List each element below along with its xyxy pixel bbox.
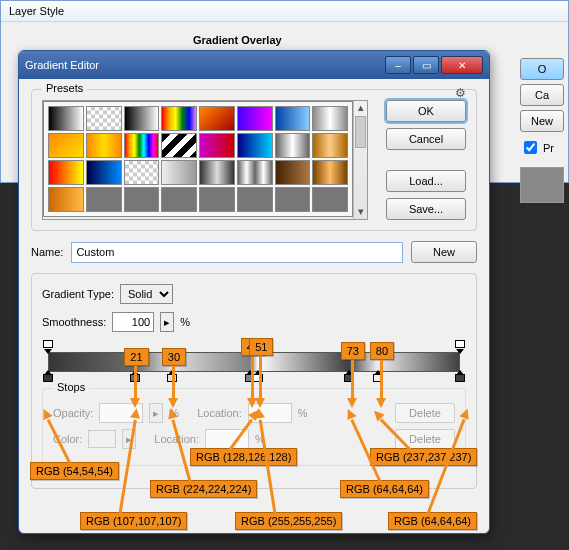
minimize-button[interactable]: – bbox=[385, 56, 411, 74]
name-label: Name: bbox=[31, 246, 63, 258]
preset-swatch[interactable] bbox=[161, 133, 197, 158]
new-button[interactable]: New bbox=[411, 241, 477, 263]
opacity-delete-button[interactable]: Delete bbox=[395, 403, 455, 423]
color-swatch[interactable] bbox=[88, 430, 116, 448]
maximize-button[interactable]: ▭ bbox=[413, 56, 439, 74]
preset-swatch[interactable] bbox=[237, 187, 273, 212]
preset-swatch[interactable] bbox=[275, 187, 311, 212]
preset-swatch[interactable] bbox=[161, 160, 197, 185]
preview-label: Pr bbox=[543, 142, 554, 154]
preset-swatch[interactable] bbox=[199, 187, 235, 212]
annotation-tag: 21 bbox=[124, 348, 148, 366]
gradient-overlay-heading: Gradient Overlay bbox=[189, 34, 286, 46]
smoothness-input[interactable] bbox=[112, 312, 154, 332]
annotation-tag: 51 bbox=[249, 338, 273, 356]
annotation-tag: RGB (107,107,107) bbox=[80, 512, 187, 530]
preset-swatch[interactable] bbox=[275, 160, 311, 185]
preset-swatch[interactable] bbox=[48, 187, 84, 212]
opacity-stop[interactable] bbox=[43, 340, 53, 350]
opacity-location-label: Location: bbox=[197, 407, 242, 419]
preset-swatch[interactable] bbox=[86, 160, 122, 185]
annotation-tag: RGB (64,64,64) bbox=[340, 480, 429, 498]
preset-swatch[interactable] bbox=[161, 106, 197, 131]
annotation-tag: RGB (255,255,255) bbox=[235, 512, 342, 530]
annotation-tag: 73 bbox=[341, 342, 365, 360]
preset-swatch[interactable] bbox=[237, 133, 273, 158]
ls-new-style-button[interactable]: New bbox=[520, 110, 564, 132]
preset-swatch[interactable] bbox=[237, 160, 273, 185]
annotation-tag: 80 bbox=[370, 342, 394, 360]
opacity-flyout-icon[interactable]: ▸ bbox=[149, 403, 163, 423]
preset-swatch[interactable] bbox=[237, 106, 273, 131]
preset-swatch[interactable] bbox=[312, 106, 348, 131]
preset-swatch[interactable] bbox=[312, 160, 348, 185]
scroll-thumb[interactable] bbox=[355, 116, 366, 148]
preview-checkbox[interactable]: Pr bbox=[520, 138, 564, 157]
preset-swatch[interactable] bbox=[86, 106, 122, 131]
annotation-tag: RGB (64,64,64) bbox=[388, 512, 477, 530]
presets-label: Presets bbox=[42, 82, 87, 94]
close-button[interactable]: ✕ bbox=[441, 56, 483, 74]
cancel-button[interactable]: Cancel bbox=[386, 128, 466, 150]
preset-swatch[interactable] bbox=[312, 133, 348, 158]
preset-swatch[interactable] bbox=[275, 133, 311, 158]
smoothness-unit: % bbox=[180, 316, 190, 328]
preset-swatch[interactable] bbox=[124, 160, 160, 185]
preset-swatch[interactable] bbox=[199, 133, 235, 158]
preset-swatch[interactable] bbox=[48, 106, 84, 131]
ls-cancel-button[interactable]: Ca bbox=[520, 84, 564, 106]
preview-checkbox-input[interactable] bbox=[524, 141, 537, 154]
presets-grid[interactable] bbox=[43, 101, 353, 217]
scroll-up-icon[interactable]: ▴ bbox=[354, 101, 367, 115]
scroll-down-icon[interactable]: ▾ bbox=[354, 205, 367, 219]
name-input[interactable] bbox=[71, 242, 403, 263]
ls-ok-button[interactable]: O bbox=[520, 58, 564, 80]
preset-swatch[interactable] bbox=[86, 187, 122, 212]
annotation-tag: RGB (54,54,54) bbox=[30, 462, 119, 480]
preset-swatch[interactable] bbox=[48, 160, 84, 185]
preset-swatch[interactable] bbox=[275, 106, 311, 131]
presets-gear-icon[interactable]: ⚙ bbox=[455, 86, 466, 100]
color-stop[interactable] bbox=[455, 374, 465, 384]
preset-swatch[interactable] bbox=[199, 160, 235, 185]
preset-swatch[interactable] bbox=[48, 133, 84, 158]
ok-button[interactable]: OK bbox=[386, 100, 466, 122]
gradient-type-label: Gradient Type: bbox=[42, 288, 114, 300]
annotation-tag: RGB (237,237,237) bbox=[370, 448, 477, 466]
preset-swatch[interactable] bbox=[86, 133, 122, 158]
smoothness-label: Smoothness: bbox=[42, 316, 106, 328]
annotation-tag: RGB (224,224,224) bbox=[150, 480, 257, 498]
annotation-tag: 30 bbox=[162, 348, 186, 366]
smoothness-flyout-icon[interactable]: ▸ bbox=[160, 312, 174, 332]
stops-label: Stops bbox=[53, 381, 89, 393]
preset-swatch[interactable] bbox=[124, 106, 160, 131]
opacity-stop[interactable] bbox=[455, 340, 465, 350]
gradient-editor-titlebar[interactable]: Gradient Editor – ▭ ✕ bbox=[19, 51, 489, 79]
gradient-type-select[interactable]: Solid bbox=[120, 284, 173, 304]
preset-swatch[interactable] bbox=[199, 106, 235, 131]
presets-scrollbar[interactable]: ▴ ▾ bbox=[353, 101, 367, 219]
preset-swatch[interactable] bbox=[161, 187, 197, 212]
gradient-editor-title: Gradient Editor bbox=[25, 59, 383, 71]
save-button[interactable]: Save... bbox=[386, 198, 466, 220]
preset-swatch[interactable] bbox=[312, 187, 348, 212]
preview-swatch bbox=[520, 167, 564, 203]
layer-style-title: Layer Style bbox=[1, 1, 568, 22]
preset-swatch[interactable] bbox=[124, 187, 160, 212]
preset-swatch[interactable] bbox=[124, 133, 160, 158]
opacity-location-unit: % bbox=[298, 407, 308, 419]
annotation-tag: RGB (128,128,128) bbox=[190, 448, 297, 466]
opacity-label: Opacity: bbox=[53, 407, 93, 419]
load-button[interactable]: Load... bbox=[386, 170, 466, 192]
color-stop[interactable] bbox=[43, 374, 53, 384]
